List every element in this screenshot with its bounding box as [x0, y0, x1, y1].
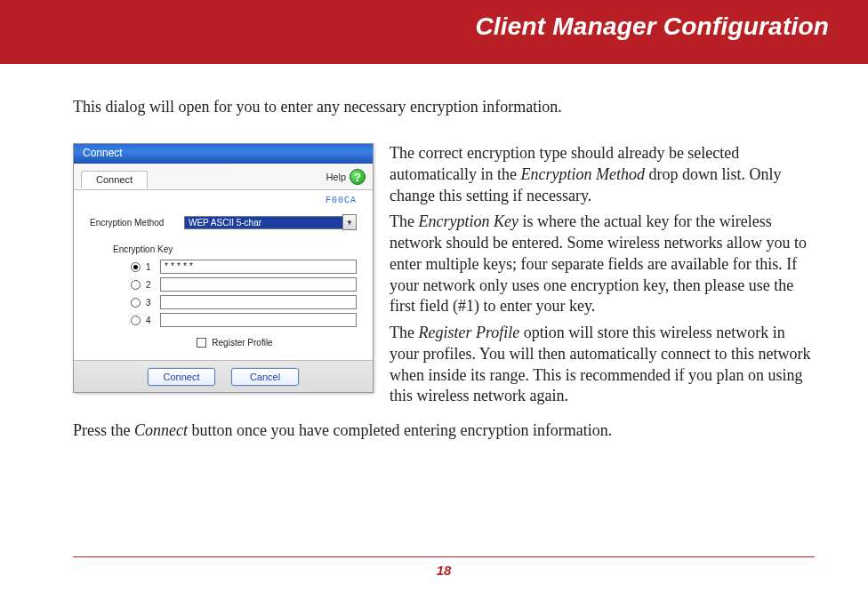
encryption-key-label: Encryption Key: [113, 244, 357, 254]
encryption-method-select[interactable]: WEP ASCII 5-char ▼: [184, 214, 357, 230]
explanatory-text: The correct encryption type should alrea…: [390, 143, 815, 412]
p3-italic: Register Profile: [418, 324, 519, 341]
key-row-2: 2: [131, 277, 357, 292]
p2-a: The: [390, 212, 418, 230]
header-band: Client Manager Configuration: [0, 0, 868, 64]
key-radio-3[interactable]: [131, 298, 141, 308]
dialog-titlebar: Connect: [74, 144, 373, 164]
key-row-1: 1 *****: [131, 260, 357, 274]
p1-italic: Encryption Method: [520, 165, 644, 183]
key-num-2: 2: [146, 280, 155, 290]
dialog-tabstrip: Connect Help ?: [74, 164, 373, 190]
page-title: Client Manager Configuration: [475, 12, 829, 41]
connect-dialog: Connect Connect Help ? F00CA Encryption …: [73, 143, 374, 393]
dialog-screenshot: Connect Connect Help ? F00CA Encryption …: [73, 143, 374, 393]
help-icon[interactable]: ?: [350, 169, 366, 185]
key-num-4: 4: [146, 316, 155, 325]
key-num-1: 1: [146, 262, 155, 272]
network-name: F00CA: [90, 196, 357, 205]
help-area[interactable]: Help ?: [326, 169, 366, 188]
outro-text: Press the Connect button once you have c…: [73, 421, 815, 440]
chevron-down-icon[interactable]: ▼: [342, 214, 357, 230]
key-radio-1[interactable]: [131, 262, 141, 272]
intro-text: This dialog will open for you to enter a…: [73, 98, 815, 116]
key-row-3: 3: [131, 295, 357, 309]
encryption-method-label: Encryption Method: [90, 218, 175, 228]
content-area: This dialog will open for you to enter a…: [0, 64, 868, 440]
cancel-button[interactable]: Cancel: [231, 368, 299, 386]
key-input-4[interactable]: [160, 313, 357, 327]
key-row-4: 4: [131, 313, 357, 327]
outro-b: button once you have completed entering …: [188, 421, 612, 439]
key-num-3: 3: [146, 298, 155, 308]
key-input-1[interactable]: *****: [160, 260, 357, 274]
key-radio-2[interactable]: [131, 280, 141, 290]
key-input-2[interactable]: [160, 277, 357, 292]
p2-italic: Encryption Key: [418, 212, 518, 230]
key-input-3[interactable]: [160, 295, 357, 309]
page-number: 18: [437, 563, 452, 578]
outro-italic: Connect: [134, 421, 188, 439]
register-profile-checkbox[interactable]: [197, 338, 206, 348]
outro-a: Press the: [73, 421, 134, 439]
tab-connect[interactable]: Connect: [81, 171, 148, 188]
connect-button[interactable]: Connect: [148, 368, 215, 386]
key-radio-4[interactable]: [131, 316, 141, 325]
register-profile-label: Register Profile: [212, 338, 272, 348]
page-footer: 18: [73, 556, 815, 579]
encryption-method-value: WEP ASCII 5-char: [184, 216, 342, 229]
p3-a: The: [390, 324, 418, 341]
help-label: Help: [326, 172, 346, 182]
